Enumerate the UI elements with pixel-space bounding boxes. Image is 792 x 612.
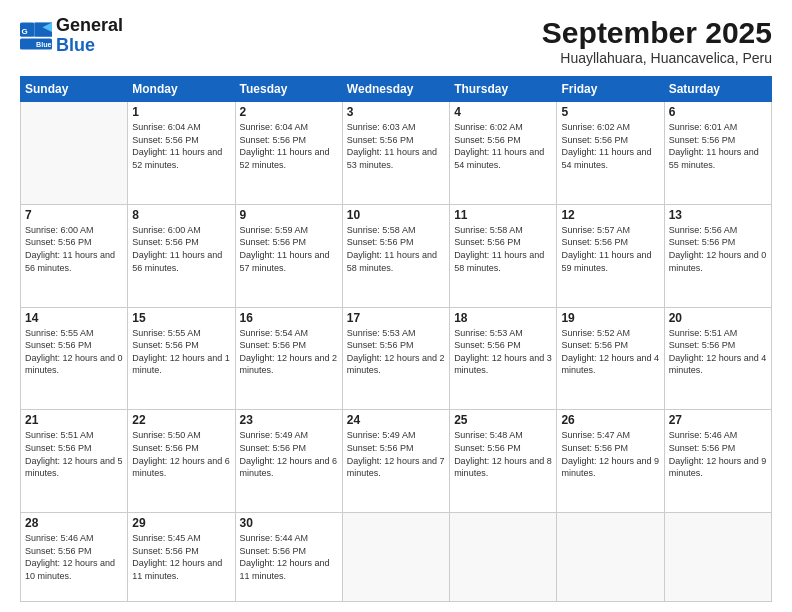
calendar-cell: 17 Sunrise: 5:53 AMSunset: 5:56 PMDaylig… <box>342 307 449 410</box>
calendar-cell: 23 Sunrise: 5:49 AMSunset: 5:56 PMDaylig… <box>235 410 342 513</box>
header: G Blue General Blue September 2025 Huayl… <box>20 16 772 66</box>
svg-text:G: G <box>22 26 28 35</box>
day-header-sunday: Sunday <box>21 77 128 102</box>
day-info: Sunrise: 5:49 AMSunset: 5:56 PMDaylight:… <box>347 429 445 479</box>
day-header-saturday: Saturday <box>664 77 771 102</box>
calendar-cell: 28 Sunrise: 5:46 AMSunset: 5:56 PMDaylig… <box>21 513 128 602</box>
calendar-cell: 1 Sunrise: 6:04 AMSunset: 5:56 PMDayligh… <box>128 102 235 205</box>
calendar-header-row: SundayMondayTuesdayWednesdayThursdayFrid… <box>21 77 772 102</box>
day-number: 23 <box>240 413 338 427</box>
calendar-cell: 18 Sunrise: 5:53 AMSunset: 5:56 PMDaylig… <box>450 307 557 410</box>
day-number: 12 <box>561 208 659 222</box>
day-number: 22 <box>132 413 230 427</box>
calendar-cell: 8 Sunrise: 6:00 AMSunset: 5:56 PMDayligh… <box>128 204 235 307</box>
day-number: 14 <box>25 311 123 325</box>
day-number: 1 <box>132 105 230 119</box>
calendar-cell: 29 Sunrise: 5:45 AMSunset: 5:56 PMDaylig… <box>128 513 235 602</box>
calendar-cell: 11 Sunrise: 5:58 AMSunset: 5:56 PMDaylig… <box>450 204 557 307</box>
day-number: 4 <box>454 105 552 119</box>
calendar-table: SundayMondayTuesdayWednesdayThursdayFrid… <box>20 76 772 602</box>
day-number: 3 <box>347 105 445 119</box>
calendar-cell: 7 Sunrise: 6:00 AMSunset: 5:56 PMDayligh… <box>21 204 128 307</box>
day-info: Sunrise: 5:46 AMSunset: 5:56 PMDaylight:… <box>669 429 767 479</box>
day-info: Sunrise: 5:54 AMSunset: 5:56 PMDaylight:… <box>240 327 338 377</box>
calendar-cell: 30 Sunrise: 5:44 AMSunset: 5:56 PMDaylig… <box>235 513 342 602</box>
day-number: 10 <box>347 208 445 222</box>
day-info: Sunrise: 5:59 AMSunset: 5:56 PMDaylight:… <box>240 224 338 274</box>
calendar-cell: 2 Sunrise: 6:04 AMSunset: 5:56 PMDayligh… <box>235 102 342 205</box>
calendar-cell: 27 Sunrise: 5:46 AMSunset: 5:56 PMDaylig… <box>664 410 771 513</box>
day-number: 18 <box>454 311 552 325</box>
calendar-cell: 15 Sunrise: 5:55 AMSunset: 5:56 PMDaylig… <box>128 307 235 410</box>
day-info: Sunrise: 5:55 AMSunset: 5:56 PMDaylight:… <box>25 327 123 377</box>
day-number: 2 <box>240 105 338 119</box>
day-info: Sunrise: 6:04 AMSunset: 5:56 PMDaylight:… <box>240 121 338 171</box>
day-info: Sunrise: 5:46 AMSunset: 5:56 PMDaylight:… <box>25 532 123 582</box>
calendar-cell: 26 Sunrise: 5:47 AMSunset: 5:56 PMDaylig… <box>557 410 664 513</box>
day-info: Sunrise: 5:48 AMSunset: 5:56 PMDaylight:… <box>454 429 552 479</box>
week-row-3: 14 Sunrise: 5:55 AMSunset: 5:56 PMDaylig… <box>21 307 772 410</box>
day-number: 6 <box>669 105 767 119</box>
calendar-cell: 22 Sunrise: 5:50 AMSunset: 5:56 PMDaylig… <box>128 410 235 513</box>
calendar-cell: 6 Sunrise: 6:01 AMSunset: 5:56 PMDayligh… <box>664 102 771 205</box>
day-info: Sunrise: 5:45 AMSunset: 5:56 PMDaylight:… <box>132 532 230 582</box>
week-row-1: 1 Sunrise: 6:04 AMSunset: 5:56 PMDayligh… <box>21 102 772 205</box>
calendar-cell: 14 Sunrise: 5:55 AMSunset: 5:56 PMDaylig… <box>21 307 128 410</box>
logo-icon: G Blue <box>20 22 52 50</box>
day-number: 11 <box>454 208 552 222</box>
calendar-cell: 4 Sunrise: 6:02 AMSunset: 5:56 PMDayligh… <box>450 102 557 205</box>
calendar-cell <box>450 513 557 602</box>
calendar-cell <box>664 513 771 602</box>
day-info: Sunrise: 5:50 AMSunset: 5:56 PMDaylight:… <box>132 429 230 479</box>
day-number: 8 <box>132 208 230 222</box>
day-number: 25 <box>454 413 552 427</box>
day-number: 13 <box>669 208 767 222</box>
day-number: 21 <box>25 413 123 427</box>
day-header-wednesday: Wednesday <box>342 77 449 102</box>
day-info: Sunrise: 6:02 AMSunset: 5:56 PMDaylight:… <box>561 121 659 171</box>
day-number: 24 <box>347 413 445 427</box>
day-info: Sunrise: 5:53 AMSunset: 5:56 PMDaylight:… <box>454 327 552 377</box>
day-number: 9 <box>240 208 338 222</box>
calendar-cell: 10 Sunrise: 5:58 AMSunset: 5:56 PMDaylig… <box>342 204 449 307</box>
calendar-cell <box>557 513 664 602</box>
day-info: Sunrise: 5:49 AMSunset: 5:56 PMDaylight:… <box>240 429 338 479</box>
day-number: 7 <box>25 208 123 222</box>
week-row-2: 7 Sunrise: 6:00 AMSunset: 5:56 PMDayligh… <box>21 204 772 307</box>
day-info: Sunrise: 6:03 AMSunset: 5:56 PMDaylight:… <box>347 121 445 171</box>
calendar-cell: 19 Sunrise: 5:52 AMSunset: 5:56 PMDaylig… <box>557 307 664 410</box>
day-number: 16 <box>240 311 338 325</box>
calendar-cell: 20 Sunrise: 5:51 AMSunset: 5:56 PMDaylig… <box>664 307 771 410</box>
day-info: Sunrise: 6:00 AMSunset: 5:56 PMDaylight:… <box>25 224 123 274</box>
day-info: Sunrise: 5:58 AMSunset: 5:56 PMDaylight:… <box>454 224 552 274</box>
month-title: September 2025 <box>542 16 772 50</box>
calendar-cell: 3 Sunrise: 6:03 AMSunset: 5:56 PMDayligh… <box>342 102 449 205</box>
day-header-thursday: Thursday <box>450 77 557 102</box>
day-header-tuesday: Tuesday <box>235 77 342 102</box>
day-number: 27 <box>669 413 767 427</box>
calendar-cell: 16 Sunrise: 5:54 AMSunset: 5:56 PMDaylig… <box>235 307 342 410</box>
calendar-cell: 9 Sunrise: 5:59 AMSunset: 5:56 PMDayligh… <box>235 204 342 307</box>
day-number: 26 <box>561 413 659 427</box>
day-number: 5 <box>561 105 659 119</box>
day-info: Sunrise: 5:47 AMSunset: 5:56 PMDaylight:… <box>561 429 659 479</box>
day-number: 20 <box>669 311 767 325</box>
day-number: 30 <box>240 516 338 530</box>
day-info: Sunrise: 5:53 AMSunset: 5:56 PMDaylight:… <box>347 327 445 377</box>
day-info: Sunrise: 5:51 AMSunset: 5:56 PMDaylight:… <box>669 327 767 377</box>
day-info: Sunrise: 6:02 AMSunset: 5:56 PMDaylight:… <box>454 121 552 171</box>
day-info: Sunrise: 5:58 AMSunset: 5:56 PMDaylight:… <box>347 224 445 274</box>
calendar-cell: 25 Sunrise: 5:48 AMSunset: 5:56 PMDaylig… <box>450 410 557 513</box>
day-number: 28 <box>25 516 123 530</box>
svg-text:Blue: Blue <box>36 40 52 49</box>
logo: G Blue General Blue <box>20 16 123 56</box>
day-number: 19 <box>561 311 659 325</box>
day-info: Sunrise: 5:44 AMSunset: 5:56 PMDaylight:… <box>240 532 338 582</box>
page: G Blue General Blue September 2025 Huayl… <box>0 0 792 612</box>
day-info: Sunrise: 5:57 AMSunset: 5:56 PMDaylight:… <box>561 224 659 274</box>
calendar-cell: 5 Sunrise: 6:02 AMSunset: 5:56 PMDayligh… <box>557 102 664 205</box>
location: Huayllahuara, Huancavelica, Peru <box>542 50 772 66</box>
day-info: Sunrise: 5:51 AMSunset: 5:56 PMDaylight:… <box>25 429 123 479</box>
calendar-cell: 12 Sunrise: 5:57 AMSunset: 5:56 PMDaylig… <box>557 204 664 307</box>
day-header-monday: Monday <box>128 77 235 102</box>
